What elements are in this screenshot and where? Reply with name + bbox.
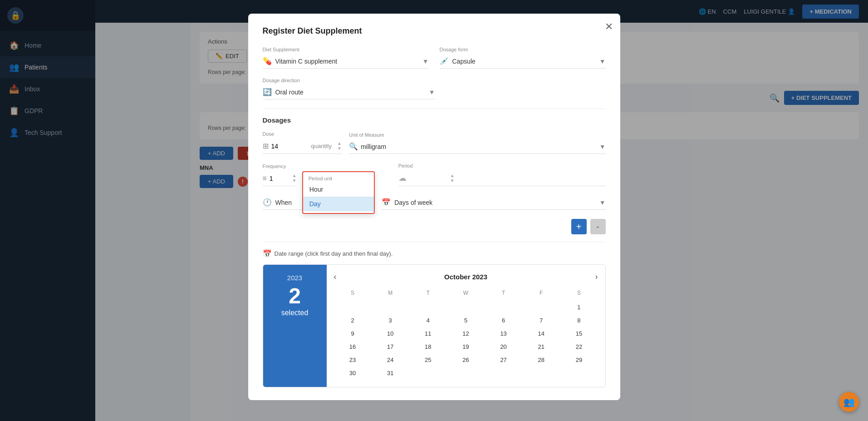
cal-prev-month[interactable]: ‹ (334, 272, 337, 282)
period-unit-option-hour[interactable]: Hour (303, 182, 374, 197)
modal-overlay[interactable]: Register Diet Supplement ✕ Diet Suppleme… (0, 0, 868, 421)
weekday-6: S (560, 288, 598, 298)
cal-day-22[interactable]: 22 (560, 340, 598, 353)
cal-days: 1234567891011121314151617181920212223242… (334, 301, 598, 380)
period-input[interactable] (410, 174, 446, 182)
diet-supplement-field: 💊 Vitamin C supplement ▼ (263, 54, 429, 69)
cal-day-11[interactable]: 11 (409, 327, 447, 340)
form-row-1: Diet Supplement 💊 Vitamin C supplement ▼… (263, 47, 606, 69)
cal-day-28[interactable]: 28 (522, 353, 560, 367)
modal-title: Register Diet Supplement (263, 26, 606, 36)
dosage-direction-label: Dosage direction (263, 78, 435, 83)
fab-button[interactable]: 👥 (839, 392, 859, 412)
capsule-icon: 💉 (440, 57, 449, 65)
chevron-down-days: ▼ (599, 199, 606, 206)
cal-day-3[interactable]: 3 (372, 314, 409, 327)
cal-day-10[interactable]: 10 (372, 327, 409, 340)
modal-register-diet-supplement: Register Diet Supplement ✕ Diet Suppleme… (248, 14, 620, 400)
cal-year: 2023 (287, 274, 302, 282)
cal-selected-label: selected (281, 309, 309, 317)
cal-day-30[interactable]: 30 (334, 367, 372, 380)
cal-day-8[interactable]: 8 (560, 314, 598, 327)
cal-day-empty-5 (522, 301, 560, 314)
cal-day-26[interactable]: 26 (447, 353, 485, 367)
cal-selected-count: 2 (289, 285, 301, 307)
days-of-week-group: 📅 Days of week ▼ (382, 195, 605, 210)
unit-of-measure-field: 🔍 milligram ▼ (349, 139, 606, 154)
cal-day-21[interactable]: 21 (522, 340, 560, 353)
cal-day-13[interactable]: 13 (485, 327, 522, 340)
clock-icon: 🕐 (263, 198, 272, 207)
calendar-area: 2023 2 selected ‹ October 2023 › S M T W… (263, 264, 606, 387)
plus-minus-row: + - (263, 219, 606, 234)
dose-label: Dose (263, 131, 342, 137)
cal-weekdays: S M T W T F S (334, 288, 598, 298)
period-spinner[interactable]: ▲ ▼ (450, 173, 455, 183)
weekday-1: M (372, 288, 409, 298)
period-unit-option-day[interactable]: Day (303, 197, 374, 211)
cal-day-31[interactable]: 31 (372, 367, 409, 380)
days-of-week-value: Days of week (394, 199, 599, 206)
cal-day-2[interactable]: 2 (334, 314, 372, 327)
cal-day-5[interactable]: 5 (447, 314, 485, 327)
cal-day-29[interactable]: 29 (560, 353, 598, 367)
cal-day-4[interactable]: 4 (409, 314, 447, 327)
period-label: Period (398, 163, 606, 168)
cal-day-9[interactable]: 9 (334, 327, 372, 340)
unit-of-measure-value: milligram (361, 143, 599, 150)
calendar-nav: ‹ October 2023 › (334, 272, 598, 282)
cal-day-20[interactable]: 20 (485, 340, 522, 353)
unit-of-measure-label: Unit of Measure (349, 132, 606, 138)
dosage-direction-value: Oral route (275, 89, 425, 96)
days-field: 📅 Days of week ▼ (382, 195, 605, 210)
period-field: ☁ ▲ ▼ (398, 170, 606, 186)
modal-close-button[interactable]: ✕ (605, 21, 613, 33)
cal-day-12[interactable]: 12 (447, 327, 485, 340)
period-unit-dropdown[interactable]: Period unit Hour Day (302, 171, 375, 214)
period-unit-dropdown-label: Period unit (303, 174, 374, 182)
quantity-label: quantity (311, 143, 332, 149)
dose-input[interactable] (271, 143, 308, 150)
weekday-2: T (409, 288, 447, 298)
frequency-input[interactable] (270, 175, 292, 182)
search-uom-icon: 🔍 (349, 142, 358, 151)
dosage-direction-group: Dosage direction 🔄 Oral route ▼ (263, 78, 435, 99)
frequency-group: Frequency ≡ ▲ ▼ (263, 163, 297, 186)
chevron-down-uom: ▼ (599, 143, 606, 150)
cal-day-27[interactable]: 27 (485, 353, 522, 367)
cal-day-17[interactable]: 17 (372, 340, 409, 353)
cal-day-14[interactable]: 14 (522, 327, 560, 340)
cal-day-7[interactable]: 7 (522, 314, 560, 327)
add-dosage-button[interactable]: + (571, 219, 587, 234)
list-icon: ≡ (263, 174, 267, 183)
grid-icon: ⊞ (263, 142, 269, 150)
calendar-icon: 📅 (382, 198, 391, 207)
cal-next-month[interactable]: › (595, 272, 598, 282)
dosages-title: Dosages (263, 116, 606, 124)
remove-dosage-button[interactable]: - (590, 219, 606, 234)
dosage-form-group: Dosage form 💉 Capsule ▼ (440, 47, 606, 69)
diet-supplement-label: Diet Supplement (263, 47, 429, 52)
cal-day-6[interactable]: 6 (485, 314, 522, 327)
cal-day-23[interactable]: 23 (334, 353, 372, 367)
calendar-year-panel: 2023 2 selected (263, 265, 327, 387)
cal-day-empty-2 (409, 301, 447, 314)
chevron-down-icon: ▼ (422, 58, 429, 65)
cal-day-18[interactable]: 18 (409, 340, 447, 353)
calendar-range-icon: 📅 (263, 249, 272, 258)
dose-spinner[interactable]: ▲ ▼ (337, 141, 342, 151)
cal-day-1[interactable]: 1 (560, 301, 598, 314)
cal-day-24[interactable]: 24 (372, 353, 409, 367)
frequency-row: Frequency ≡ ▲ ▼ 🔁 Period unit (263, 163, 606, 186)
freq-spinner[interactable]: ▲ ▼ (292, 173, 297, 183)
cal-day-16[interactable]: 16 (334, 340, 372, 353)
chevron-down-icon-3: ▼ (429, 89, 435, 96)
cal-day-19[interactable]: 19 (447, 340, 485, 353)
cal-day-25[interactable]: 25 (409, 353, 447, 367)
chevron-down-icon-2: ▼ (599, 58, 606, 65)
weekday-0: S (334, 288, 372, 298)
cal-day-empty-3 (447, 301, 485, 314)
cloud-icon: ☁ (398, 173, 407, 183)
cal-day-15[interactable]: 15 (560, 327, 598, 340)
dosage-form-field: 💉 Capsule ▼ (440, 54, 606, 69)
